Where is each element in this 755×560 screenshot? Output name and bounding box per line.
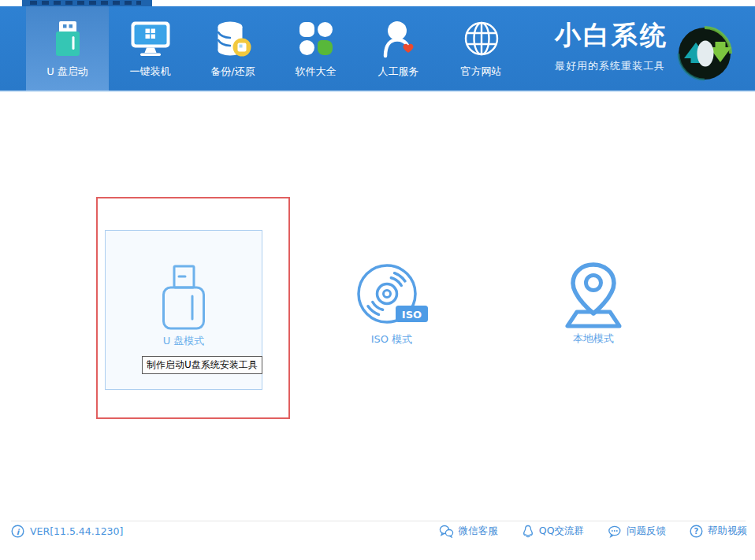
nav-label: 人工服务 xyxy=(378,65,419,79)
version-text: VER[11.5.44.1230] xyxy=(30,525,123,537)
apps-grid-icon xyxy=(298,18,334,59)
info-icon: i xyxy=(11,525,24,538)
usb-drive-icon xyxy=(50,18,85,59)
footer-link-label: 微信客服 xyxy=(459,525,498,538)
nav-label: 官方网站 xyxy=(461,65,502,79)
titlebar-text-marks xyxy=(30,1,141,5)
footer-link-label: 帮助视频 xyxy=(708,525,747,538)
nav-label: 一键装机 xyxy=(130,65,171,79)
qq-icon xyxy=(522,525,534,538)
brand-tagline: 最好用的系统重装工具 xyxy=(555,59,668,73)
monitor-icon xyxy=(130,18,171,59)
version-info[interactable]: i VER[11.5.44.1230] xyxy=(11,525,123,538)
app-window: U 盘启动 一键装机 xyxy=(0,0,755,560)
nav-label: 软件大全 xyxy=(296,65,337,79)
help-video-link[interactable]: ? 帮助视频 xyxy=(690,525,747,538)
nav-item-usb-boot[interactable]: U 盘启动 xyxy=(26,6,109,91)
sync-arrows-logo-icon xyxy=(675,20,735,83)
help-circle-icon: ? xyxy=(690,525,703,538)
iso-badge: ISO xyxy=(402,309,422,321)
local-mode-label: 本地模式 xyxy=(546,332,641,346)
svg-text:i: i xyxy=(17,528,20,536)
nav-item-backup-restore[interactable]: 备份/还原 xyxy=(192,6,274,91)
brand-block: 小白系统 最好用的系统重装工具 xyxy=(555,18,668,73)
local-mode-item[interactable]: 本地模式 xyxy=(556,261,630,348)
feedback-bubble-icon xyxy=(608,525,622,538)
titlebar-remnant xyxy=(22,0,152,6)
svg-text:?: ? xyxy=(694,527,699,536)
iso-mode-label: ISO 模式 xyxy=(344,332,439,347)
footer-link-label: QQ交流群 xyxy=(539,525,584,538)
usb-mode-label: U 盘模式 xyxy=(106,334,262,348)
feedback-link[interactable]: 问题反馈 xyxy=(608,525,666,538)
database-backup-icon xyxy=(214,18,253,59)
qq-group-link[interactable]: QQ交流群 xyxy=(522,525,584,538)
nav-item-software-collection[interactable]: 软件大全 xyxy=(274,6,357,91)
footer-divider xyxy=(11,521,746,521)
iso-disc-icon: ISO xyxy=(352,261,431,333)
nav-label: 备份/还原 xyxy=(210,65,255,79)
nav-label: U 盘启动 xyxy=(46,65,88,79)
usb-mode-icon xyxy=(160,264,207,332)
iso-mode-item[interactable]: ISO ISO 模式 xyxy=(352,261,431,347)
header-nav: U 盘启动 一键装机 xyxy=(0,6,755,92)
person-service-icon xyxy=(380,18,418,59)
location-pin-icon xyxy=(556,261,630,332)
wechat-icon xyxy=(439,525,454,538)
brand-title: 小白系统 xyxy=(555,18,668,54)
footer-links: 微信客服 QQ交流群 问题反馈 ? 帮助视频 xyxy=(439,525,747,538)
nav-item-one-click-install[interactable]: 一键装机 xyxy=(109,6,192,91)
wechat-support-link[interactable]: 微信客服 xyxy=(439,525,498,538)
nav-item-official-website[interactable]: 官方网站 xyxy=(440,6,523,91)
usb-mode-tooltip: 制作启动U盘系统安装工具 xyxy=(142,356,262,374)
nav-item-manual-service[interactable]: 人工服务 xyxy=(357,6,440,91)
globe-icon xyxy=(463,18,500,59)
footer-link-label: 问题反馈 xyxy=(627,525,666,538)
